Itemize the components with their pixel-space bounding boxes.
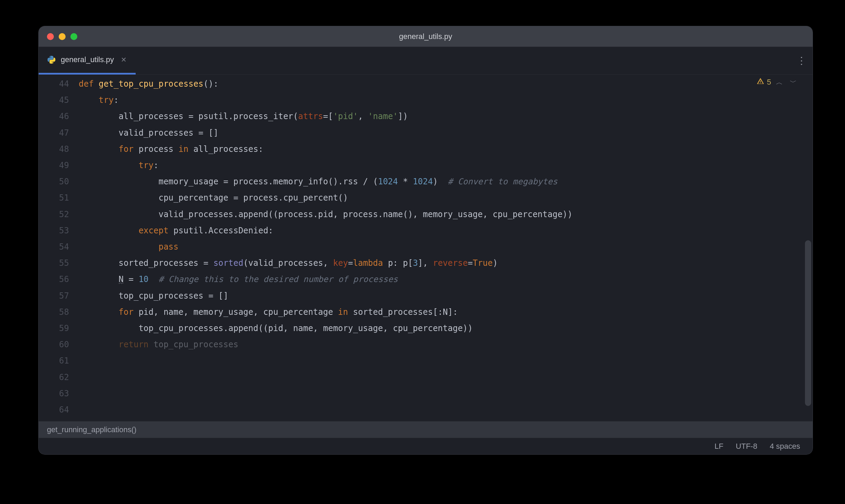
code-line[interactable]: valid_processes.append((process.pid, pro… bbox=[76, 206, 813, 223]
code-line[interactable]: def get_top_cpu_processes(): bbox=[76, 76, 813, 92]
status-bar: LF UTF-8 4 spaces bbox=[39, 438, 813, 454]
tab-close-button[interactable]: ✕ bbox=[119, 55, 129, 65]
code-content[interactable]: 5 ︿ ﹀ def get_top_cpu_processes(): try: … bbox=[76, 75, 813, 421]
line-number: 62 bbox=[39, 369, 76, 386]
close-window-button[interactable] bbox=[47, 33, 54, 40]
code-line[interactable]: sorted_processes = sorted(valid_processe… bbox=[76, 255, 813, 271]
line-number: 60 bbox=[39, 337, 76, 353]
code-line[interactable]: valid_processes = [] bbox=[76, 125, 813, 141]
code-line[interactable]: except psutil.AccessDenied: bbox=[76, 223, 813, 239]
line-number: 52 bbox=[39, 206, 76, 223]
editor-area[interactable]: 4445464748495051525354555657585960616263… bbox=[39, 75, 813, 421]
vertical-scrollbar[interactable] bbox=[805, 240, 811, 406]
line-number: 46 bbox=[39, 108, 76, 125]
titlebar: general_utils.py bbox=[39, 26, 813, 47]
code-line[interactable]: for process in all_processes: bbox=[76, 141, 813, 157]
code-line[interactable]: try: bbox=[76, 157, 813, 174]
line-number: 47 bbox=[39, 125, 76, 141]
prev-highlight-button[interactable]: ︿ bbox=[774, 78, 785, 87]
window-title: general_utils.py bbox=[399, 32, 452, 41]
line-number: 51 bbox=[39, 190, 76, 206]
editor-window: general_utils.py general_utils.py ✕ ⋮ 44… bbox=[39, 26, 813, 454]
tabbar: general_utils.py ✕ ⋮ bbox=[39, 47, 813, 75]
line-number: 57 bbox=[39, 288, 76, 304]
line-number: 44 bbox=[39, 76, 76, 92]
maximize-window-button[interactable] bbox=[70, 33, 77, 40]
code-line[interactable]: all_processes = psutil.process_iter(attr… bbox=[76, 108, 813, 125]
inspections-widget[interactable]: 5 ︿ ﹀ bbox=[757, 77, 799, 87]
line-number: 58 bbox=[39, 304, 76, 320]
code-line[interactable]: for pid, name, memory_usage, cpu_percent… bbox=[76, 304, 813, 320]
line-number: 54 bbox=[39, 239, 76, 255]
code-line[interactable]: N = 10 # Change this to the desired numb… bbox=[76, 271, 813, 288]
line-number: 64 bbox=[39, 402, 76, 418]
python-file-icon bbox=[47, 55, 56, 64]
code-line[interactable]: memory_usage = process.memory_info().rss… bbox=[76, 174, 813, 190]
line-number: 53 bbox=[39, 223, 76, 239]
warning-count: 5 bbox=[767, 78, 771, 87]
tab-overflow-menu[interactable]: ⋮ bbox=[797, 55, 806, 66]
line-number: 61 bbox=[39, 353, 76, 369]
code-line[interactable]: pass bbox=[76, 239, 813, 255]
indent-selector[interactable]: 4 spaces bbox=[770, 442, 800, 451]
minimize-window-button[interactable] bbox=[59, 33, 66, 40]
tab-general-utils[interactable]: general_utils.py ✕ bbox=[39, 47, 136, 75]
code-line[interactable]: cpu_percentage = process.cpu_percent() bbox=[76, 190, 813, 206]
tab-label: general_utils.py bbox=[61, 55, 114, 64]
line-number: 56 bbox=[39, 271, 76, 288]
next-highlight-button[interactable]: ﹀ bbox=[788, 78, 799, 87]
code-line[interactable]: top_cpu_processes = [] bbox=[76, 288, 813, 304]
warning-icon bbox=[757, 77, 764, 87]
breadcrumb-bar[interactable]: get_running_applications() bbox=[39, 421, 813, 438]
code-line[interactable]: top_cpu_processes.append((pid, name, mem… bbox=[76, 320, 813, 337]
code-line[interactable]: return top_cpu_processes bbox=[76, 337, 813, 353]
line-number: 55 bbox=[39, 255, 76, 271]
line-ending-selector[interactable]: LF bbox=[715, 442, 723, 451]
line-number: 45 bbox=[39, 92, 76, 108]
line-number: 59 bbox=[39, 320, 76, 337]
line-number: 49 bbox=[39, 157, 76, 174]
traffic-lights bbox=[47, 33, 77, 40]
line-number: 63 bbox=[39, 386, 76, 402]
encoding-selector[interactable]: UTF-8 bbox=[736, 442, 757, 451]
line-number: 50 bbox=[39, 174, 76, 190]
breadcrumb-item[interactable]: get_running_applications() bbox=[47, 425, 136, 434]
code-line[interactable]: try: bbox=[76, 92, 813, 108]
line-number-gutter: 4445464748495051525354555657585960616263… bbox=[39, 75, 76, 421]
line-number: 48 bbox=[39, 141, 76, 157]
